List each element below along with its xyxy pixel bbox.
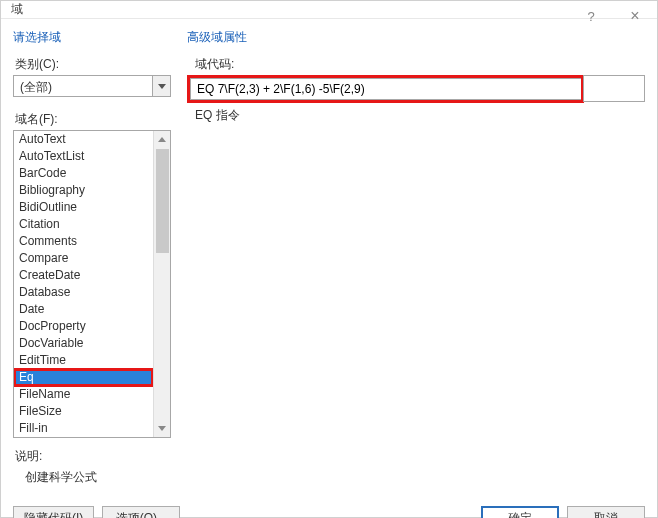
fieldcode-label: 域代码:: [195, 56, 645, 73]
category-value: (全部): [14, 76, 152, 96]
list-item[interactable]: Comments: [14, 233, 153, 250]
scroll-down-icon[interactable]: [154, 420, 170, 437]
scrollbar[interactable]: [153, 131, 170, 437]
cancel-button[interactable]: 取消: [567, 506, 645, 518]
description-text: 创建科学公式: [25, 469, 645, 486]
description-section: 说明: 创建科学公式: [1, 442, 657, 496]
right-pane: 高级域属性 域代码: EQ 指令: [187, 27, 645, 438]
list-item[interactable]: AutoText: [14, 131, 153, 148]
fieldcode-input[interactable]: [190, 78, 581, 100]
chevron-down-icon[interactable]: [152, 76, 170, 96]
instruction-label: EQ 指令: [195, 107, 645, 124]
list-item[interactable]: BidiOutline: [14, 199, 153, 216]
list-item[interactable]: DocProperty: [14, 318, 153, 335]
list-item[interactable]: Fill-in: [14, 420, 153, 437]
list-item[interactable]: Bibliography: [14, 182, 153, 199]
button-row: 隐藏代码(I) 选项(O)... 确定 取消: [1, 496, 657, 518]
list-item[interactable]: Date: [14, 301, 153, 318]
list-item[interactable]: Citation: [14, 216, 153, 233]
list-item[interactable]: FileName: [14, 386, 153, 403]
select-field-heading: 请选择域: [13, 29, 171, 46]
titlebar: 域 ? ×: [1, 1, 657, 19]
list-item[interactable]: FileSize: [14, 403, 153, 420]
list-item[interactable]: BarCode: [14, 165, 153, 182]
fieldcode-highlight: [187, 75, 584, 103]
advanced-properties-heading: 高级域属性: [187, 29, 645, 46]
category-combobox[interactable]: (全部): [13, 75, 171, 97]
close-icon[interactable]: ×: [613, 1, 657, 31]
description-label: 说明:: [15, 448, 645, 465]
options-button[interactable]: 选项(O)...: [102, 506, 180, 518]
list-item[interactable]: Database: [14, 284, 153, 301]
fieldname-label: 域名(F):: [15, 111, 171, 128]
field-dialog: 域 ? × 请选择域 类别(C): (全部) 域名(F): AutoTextAu…: [0, 0, 658, 518]
scroll-up-icon[interactable]: [154, 131, 170, 148]
fieldcode-tail[interactable]: [583, 75, 645, 102]
fieldname-listbox[interactable]: AutoTextAutoTextListBarCodeBibliographyB…: [13, 130, 171, 438]
list-item[interactable]: CreateDate: [14, 267, 153, 284]
left-pane: 请选择域 类别(C): (全部) 域名(F): AutoTextAutoText…: [13, 27, 171, 438]
list-item[interactable]: EditTime: [14, 352, 153, 369]
dialog-title: 域: [11, 1, 23, 18]
fieldcode-row: [187, 75, 645, 103]
fieldname-list-inner: AutoTextAutoTextListBarCodeBibliographyB…: [14, 131, 153, 437]
list-item[interactable]: DocVariable: [14, 335, 153, 352]
scroll-thumb[interactable]: [156, 149, 169, 253]
category-label: 类别(C):: [15, 56, 171, 73]
titlebar-buttons: ? ×: [569, 1, 657, 31]
list-item[interactable]: Compare: [14, 250, 153, 267]
ok-button[interactable]: 确定: [481, 506, 559, 518]
help-icon[interactable]: ?: [569, 1, 613, 31]
list-item[interactable]: AutoTextList: [14, 148, 153, 165]
hide-codes-button[interactable]: 隐藏代码(I): [13, 506, 94, 518]
content-area: 请选择域 类别(C): (全部) 域名(F): AutoTextAutoText…: [1, 19, 657, 442]
list-item[interactable]: Eq: [14, 369, 153, 386]
